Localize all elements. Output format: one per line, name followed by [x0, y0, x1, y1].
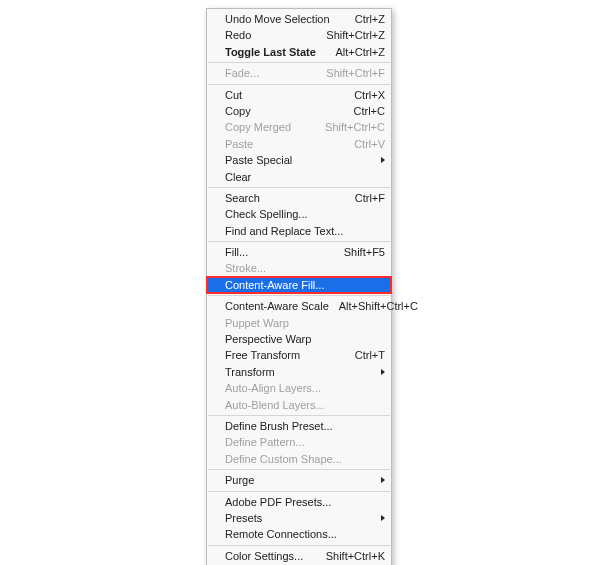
menu-item-adobe-pdf-presets[interactable]: Adobe PDF Presets... — [207, 494, 391, 510]
edit-menu: Undo Move SelectionCtrl+ZRedoShift+Ctrl+… — [206, 8, 392, 565]
menu-item-shortcut: Ctrl+X — [344, 87, 385, 103]
menu-item-paste-special[interactable]: Paste Special — [207, 152, 391, 168]
menu-item-label: Perspective Warp — [225, 331, 311, 347]
menu-item-label: Clear — [225, 169, 251, 185]
menu-item-label: Paste Special — [225, 152, 292, 168]
menu-item-label: Puppet Warp — [225, 315, 289, 331]
menu-item-transform[interactable]: Transform — [207, 364, 391, 380]
menu-item-label: Copy Merged — [225, 119, 291, 135]
menu-item-label: Check Spelling... — [225, 206, 308, 222]
menu-item-label: Presets — [225, 510, 262, 526]
menu-item-label: Find and Replace Text... — [225, 223, 343, 239]
menu-item-label: Content-Aware Scale — [225, 298, 329, 314]
menu-item-define-custom-shape: Define Custom Shape... — [207, 451, 391, 467]
menu-item-label: Adobe PDF Presets... — [225, 494, 331, 510]
menu-separator — [208, 469, 390, 470]
menu-item-label: Stroke... — [225, 260, 266, 276]
menu-separator — [208, 295, 390, 296]
menu-item-shortcut: Ctrl+F — [345, 190, 385, 206]
menu-item-stroke: Stroke... — [207, 260, 391, 276]
menu-item-label: Redo — [225, 27, 251, 43]
menu-separator — [208, 84, 390, 85]
menu-item-shortcut: Shift+Ctrl+F — [316, 65, 385, 81]
menu-item-shortcut: Ctrl+V — [344, 136, 385, 152]
chevron-right-icon — [381, 477, 385, 483]
menu-item-fade: Fade...Shift+Ctrl+F — [207, 65, 391, 81]
menu-item-remote-connections[interactable]: Remote Connections... — [207, 526, 391, 542]
menu-item-shortcut: Alt+Shift+Ctrl+C — [329, 298, 418, 314]
menu-separator — [208, 491, 390, 492]
chevron-right-icon — [381, 157, 385, 163]
menu-item-label: Fade... — [225, 65, 259, 81]
menu-separator — [208, 241, 390, 242]
menu-item-label: Remote Connections... — [225, 526, 337, 542]
menu-item-label: Define Custom Shape... — [225, 451, 342, 467]
menu-item-label: Auto-Align Layers... — [225, 380, 321, 396]
menu-item-toggle-last-state[interactable]: Toggle Last StateAlt+Ctrl+Z — [207, 44, 391, 60]
menu-item-shortcut: Alt+Ctrl+Z — [325, 44, 385, 60]
menu-separator — [208, 415, 390, 416]
menu-item-label: Copy — [225, 103, 251, 119]
menu-item-perspective-warp[interactable]: Perspective Warp — [207, 331, 391, 347]
menu-separator — [208, 545, 390, 546]
menu-item-shortcut: Shift+F5 — [334, 244, 385, 260]
menu-item-label: Toggle Last State — [225, 44, 316, 60]
menu-separator — [208, 62, 390, 63]
menu-item-shortcut: Shift+Ctrl+K — [316, 548, 385, 564]
menu-item-content-aware-scale[interactable]: Content-Aware ScaleAlt+Shift+Ctrl+C — [207, 298, 391, 314]
menu-item-purge[interactable]: Purge — [207, 472, 391, 488]
menu-item-shortcut: Ctrl+C — [344, 103, 385, 119]
menu-item-clear[interactable]: Clear — [207, 169, 391, 185]
menu-item-define-brush-preset[interactable]: Define Brush Preset... — [207, 418, 391, 434]
menu-item-free-transform[interactable]: Free TransformCtrl+T — [207, 347, 391, 363]
menu-item-puppet-warp: Puppet Warp — [207, 315, 391, 331]
menu-item-undo-move-selection[interactable]: Undo Move SelectionCtrl+Z — [207, 11, 391, 27]
menu-item-presets[interactable]: Presets — [207, 510, 391, 526]
menu-item-label: Cut — [225, 87, 242, 103]
menu-item-shortcut: Ctrl+Z — [345, 11, 385, 27]
menu-item-check-spelling[interactable]: Check Spelling... — [207, 206, 391, 222]
menu-item-auto-blend-layers: Auto-Blend Layers... — [207, 397, 391, 413]
chevron-right-icon — [381, 369, 385, 375]
menu-item-find-replace-text[interactable]: Find and Replace Text... — [207, 223, 391, 239]
menu-item-label: Search — [225, 190, 260, 206]
menu-item-shortcut: Ctrl+T — [345, 347, 385, 363]
menu-separator — [208, 187, 390, 188]
menu-item-copy-merged: Copy MergedShift+Ctrl+C — [207, 119, 391, 135]
menu-item-copy[interactable]: CopyCtrl+C — [207, 103, 391, 119]
menu-item-label: Purge — [225, 472, 254, 488]
menu-item-shortcut: Shift+Ctrl+Z — [316, 27, 385, 43]
menu-item-label: Content-Aware Fill... — [225, 277, 324, 293]
menu-item-content-aware-fill[interactable]: Content-Aware Fill... — [207, 277, 391, 293]
menu-item-shortcut: Shift+Ctrl+C — [315, 119, 385, 135]
chevron-right-icon — [381, 515, 385, 521]
menu-item-redo[interactable]: RedoShift+Ctrl+Z — [207, 27, 391, 43]
menu-item-color-settings[interactable]: Color Settings...Shift+Ctrl+K — [207, 548, 391, 564]
menu-item-label: Fill... — [225, 244, 248, 260]
menu-item-label: Free Transform — [225, 347, 300, 363]
menu-item-auto-align-layers: Auto-Align Layers... — [207, 380, 391, 396]
menu-item-label: Define Brush Preset... — [225, 418, 333, 434]
menu-item-label: Color Settings... — [225, 548, 303, 564]
menu-item-label: Auto-Blend Layers... — [225, 397, 325, 413]
menu-item-label: Transform — [225, 364, 275, 380]
menu-item-label: Undo Move Selection — [225, 11, 330, 27]
menu-item-cut[interactable]: CutCtrl+X — [207, 87, 391, 103]
menu-item-fill[interactable]: Fill...Shift+F5 — [207, 244, 391, 260]
menu-item-define-pattern: Define Pattern... — [207, 434, 391, 450]
menu-item-paste: PasteCtrl+V — [207, 136, 391, 152]
menu-item-search[interactable]: SearchCtrl+F — [207, 190, 391, 206]
menu-item-label: Define Pattern... — [225, 434, 305, 450]
menu-item-label: Paste — [225, 136, 253, 152]
